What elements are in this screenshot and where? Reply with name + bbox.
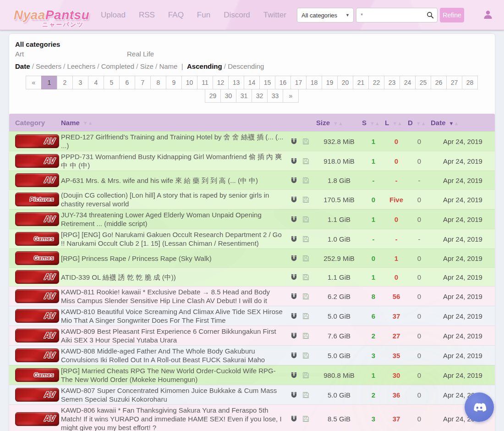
torrent-name-link[interactable]: KAWD-810 Beautiful Voice Screaming And C…	[61, 307, 286, 325]
sort-link-name[interactable]: Name	[159, 62, 177, 70]
magnet-link[interactable]	[290, 274, 297, 281]
page-next-button[interactable]: »	[283, 89, 299, 103]
torrent-file-link[interactable]	[302, 313, 309, 320]
page-button-11[interactable]: 11	[197, 76, 213, 89]
magnet-link[interactable]	[290, 255, 297, 262]
torrent-name-link[interactable]: PRED-127 Girlfriend's Training and Train…	[61, 133, 286, 150]
torrent-file-link[interactable]	[302, 216, 309, 223]
user-icon[interactable]	[483, 10, 493, 22]
page-button-4[interactable]: 4	[88, 76, 104, 89]
magnet-link[interactable]	[290, 216, 297, 223]
sort-asc-icon[interactable]: ▲	[397, 121, 402, 126]
torrent-name-link[interactable]: PPPD-731 Womanfriend Busty Kidnapping Gi…	[61, 152, 286, 170]
page-button-16[interactable]: 16	[275, 76, 291, 89]
page-button-9[interactable]: 9	[166, 76, 182, 89]
page-button-2[interactable]: 2	[57, 76, 73, 89]
sort-desc-icon[interactable]: ▼	[370, 121, 375, 126]
magnet-link[interactable]	[290, 332, 297, 339]
torrent-file-link[interactable]	[302, 372, 309, 379]
torrent-name-link[interactable]: [RPG] Married Cheats RPG The New World O…	[61, 366, 286, 384]
sort-link-date[interactable]: Date	[15, 62, 30, 70]
category-badge-av[interactable]: AV	[15, 289, 59, 303]
torrent-file-link[interactable]	[302, 332, 309, 339]
torrent-name-link[interactable]: KAWD-806 kawaii * Fan Thanksgiving Sakur…	[61, 406, 286, 431]
nav-link-twitter[interactable]: Twitter	[263, 11, 286, 19]
torrent-name-link[interactable]: AP-631 Mrs. & Mrs. wife and his wife 來 給…	[61, 176, 286, 185]
magnet-link[interactable]	[290, 196, 297, 203]
sort-asc-icon[interactable]: ▲	[338, 121, 343, 126]
category-badge-av[interactable]: AV	[15, 388, 59, 402]
magnet-link[interactable]	[290, 236, 297, 243]
category-badge-av[interactable]: AV	[15, 309, 59, 323]
page-button-12[interactable]: 12	[213, 76, 229, 89]
page-button-6[interactable]: 6	[119, 76, 135, 89]
page-button-18[interactable]: 18	[306, 76, 322, 89]
page-button-15[interactable]: 15	[259, 76, 275, 89]
page-button-28[interactable]: 28	[462, 76, 478, 89]
torrent-name-link[interactable]: KAWD-809 Best Pleasant First Experience …	[61, 327, 286, 344]
sort-desc-icon[interactable]: ▼	[449, 121, 454, 126]
category-badge-games[interactable]: Games	[15, 251, 59, 265]
discord-floating-button[interactable]	[465, 392, 494, 422]
torrent-name-link[interactable]: [RPG] Princess Rape / Princess Rape (Sky…	[61, 254, 286, 263]
sort-asc-icon[interactable]: ▲	[421, 121, 426, 126]
category-badge-games[interactable]: Games	[15, 232, 59, 246]
page-button-26[interactable]: 26	[431, 76, 447, 89]
magnet-link[interactable]	[290, 158, 297, 165]
header-name[interactable]: Name▼▲	[61, 118, 290, 127]
category-root-real-life[interactable]: Real Life	[127, 49, 154, 59]
page-button-13[interactable]: 13	[228, 76, 244, 89]
sort-desc-icon[interactable]: ▼	[392, 121, 397, 126]
sort-asc-icon[interactable]: ▲	[454, 121, 459, 126]
sort-link-completed[interactable]: Completed	[101, 62, 135, 70]
header-d[interactable]: D▼▲	[408, 119, 431, 127]
torrent-file-link[interactable]	[302, 236, 309, 243]
sort-link-seeders[interactable]: Seeders	[36, 62, 61, 70]
category-badge-av[interactable]: AV	[15, 270, 59, 284]
page-button-10[interactable]: 10	[181, 76, 197, 89]
torrent-file-link[interactable]	[302, 158, 309, 165]
page-prev-button[interactable]: «	[26, 76, 42, 89]
page-button-1[interactable]: 1	[41, 76, 57, 89]
category-badge-av[interactable]: AV	[15, 348, 59, 362]
category-select[interactable]: All categories	[297, 8, 354, 22]
torrent-file-link[interactable]	[302, 177, 309, 184]
header-s[interactable]: S▼▲	[362, 119, 385, 127]
category-badge-av[interactable]: AV	[15, 154, 59, 168]
page-button-27[interactable]: 27	[446, 76, 462, 89]
torrent-name-link[interactable]: KAWD-811 Rookie! kawaii * Exclusive Deba…	[61, 287, 286, 305]
page-button-30[interactable]: 30	[220, 89, 236, 103]
magnet-link[interactable]	[290, 138, 297, 145]
magnet-link[interactable]	[290, 372, 297, 379]
sort-desc-icon[interactable]: ▼	[333, 121, 338, 126]
sort-link-size[interactable]: Size	[140, 62, 153, 70]
torrent-file-link[interactable]	[302, 352, 309, 359]
category-badge-av[interactable]: AV	[15, 412, 59, 426]
page-button-33[interactable]: 33	[267, 89, 283, 103]
magnet-link[interactable]	[290, 352, 297, 359]
header-date[interactable]: Date▼▲	[431, 119, 495, 127]
nav-link-rss[interactable]: RSS	[139, 11, 155, 19]
page-button-31[interactable]: 31	[236, 89, 252, 103]
torrent-file-link[interactable]	[302, 138, 309, 145]
torrent-name-link[interactable]: [RPG] [ENG] Go! Narukami Gakuen Occult R…	[61, 230, 286, 248]
page-button-7[interactable]: 7	[135, 76, 151, 89]
category-badge-games[interactable]: Games	[15, 368, 59, 382]
torrent-file-link[interactable]	[302, 392, 309, 398]
page-button-3[interactable]: 3	[72, 76, 88, 89]
page-button-32[interactable]: 32	[252, 89, 268, 103]
torrent-name-link[interactable]: ATID-339 OL 絲襪 誘 乾 乾 脆 成 (中))	[61, 273, 286, 282]
magnet-link[interactable]	[290, 392, 297, 398]
nav-link-faq[interactable]: FAQ	[168, 11, 184, 19]
magnet-link[interactable]	[290, 313, 297, 320]
page-button-5[interactable]: 5	[104, 76, 120, 89]
page-button-14[interactable]: 14	[244, 76, 260, 89]
category-badge-av[interactable]: AV	[15, 212, 59, 226]
sort-desc-icon[interactable]: ▼	[416, 121, 421, 126]
page-button-22[interactable]: 22	[368, 76, 384, 89]
page-button-23[interactable]: 23	[384, 76, 400, 89]
category-badge-av[interactable]: AV	[15, 329, 59, 343]
torrent-file-link[interactable]	[302, 293, 309, 300]
torrent-name-link[interactable]: KAWD-808 Middle-aged Father And The Whol…	[61, 347, 286, 364]
order-link-ascending[interactable]: Ascending	[187, 62, 222, 70]
